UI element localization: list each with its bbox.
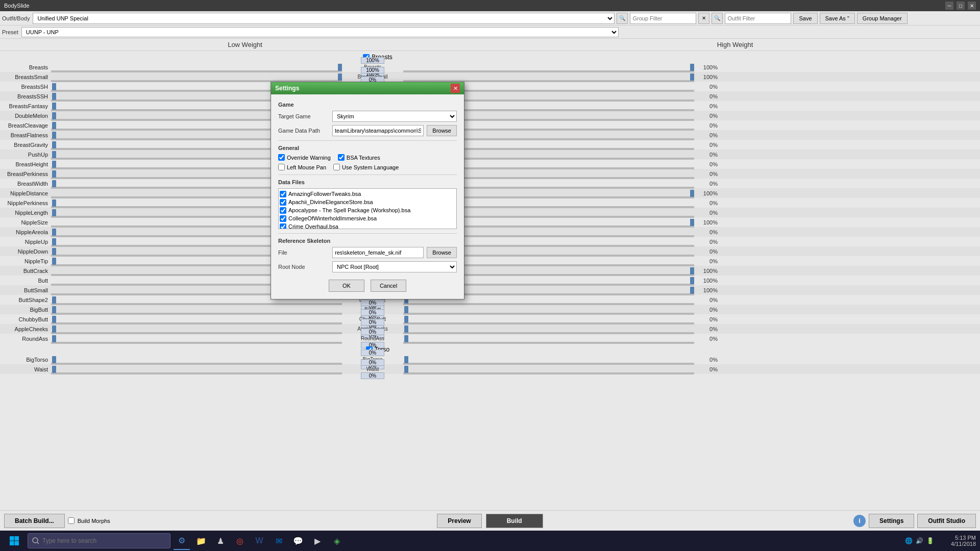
table-row: BigTorso 0%BigTorso0% 0% [0,355,980,364]
build-button[interactable]: Build [486,514,543,528]
breasts-section-header: Breasts [0,52,980,62]
game-data-path-input[interactable] [332,125,424,136]
target-game-label: Target Game [278,113,329,119]
data-files-list[interactable]: AmazingFollowerTweaks.bsa Apachii_Divine… [278,188,457,229]
root-node-select[interactable]: NPC Root [Root] [332,261,457,272]
save-as-button[interactable]: Save As " [820,13,855,24]
taskbar-search-box[interactable] [28,533,170,548]
close-button[interactable]: ✕ [968,2,976,10]
low-weight-label: Low Weight [0,41,490,48]
game-data-path-label: Game Data Path [278,128,329,134]
table-row: NippleDistance 100%NippleDistance100% 10… [0,188,980,198]
left-mouse-pan-checkbox[interactable] [278,164,285,170]
taskbar-discord-icon[interactable]: 💬 [290,532,306,550]
table-row: NippleDown 0%NippleDown0% 0% [0,246,980,256]
list-item: AmazingFollowerTweaks.bsa [280,190,455,198]
taskbar-file-explorer-icon[interactable]: 📁 [193,532,209,550]
bottom-bar: Batch Build... Build Morphs Preview Buil… [0,510,980,531]
info-button[interactable]: i [853,515,866,527]
app-window: BodySlide ─ □ ✕ Outfit/Body Unified UNP … [0,0,980,531]
group-filter-clear-button[interactable]: ✕ [698,13,709,24]
svg-rect-2 [10,541,14,546]
table-row: BreastCleavage 0%BreastCleavage0% 0% [0,120,980,130]
taskbar-mail-icon[interactable]: ✉ [271,532,287,550]
weight-headers: Low Weight High Weight [0,39,980,51]
table-row: NippleAreola 0%NippleAreola0% 0% [0,227,980,237]
table-row: BigButt 0%BigButt0% 0% [0,305,980,314]
list-item: Crime Overhaul.bsa [280,222,455,229]
outfit-body-select[interactable]: Unified UNP Special [33,13,615,24]
outfit-filter-search-icon[interactable]: 🔍 [712,13,723,24]
ref-skeleton-section-label: Reference Skeleton [278,238,457,244]
slider-right-breastssmall[interactable] [403,72,694,82]
save-button[interactable]: Save [793,13,817,24]
table-row: ButtSmall 100%ButtSmall100% 100% [0,285,980,295]
outfit-filter-input[interactable] [725,13,791,24]
settings-dialog: Settings ✕ Game Target Game Skyrim Game … [271,82,464,299]
batch-build-button[interactable]: Batch Build... [4,514,65,528]
start-button[interactable] [4,532,24,550]
taskbar-steam-icon[interactable]: ♟ [212,532,229,550]
group-filter-search-icon[interactable]: 🔍 [617,13,628,24]
file-checkbox[interactable] [280,215,286,222]
left-mouse-pan-item: Left Mouse Pan [278,164,326,170]
build-morphs-checkbox[interactable] [68,517,75,524]
battery-icon: 🔋 [926,537,934,544]
modal-footer: OK Cancel [278,276,457,294]
table-row: BreastHeight 0%BreastHeight0% 0% [0,159,980,169]
divider-1 [278,140,457,141]
taskbar-chrome-icon[interactable]: ◎ [232,532,248,550]
override-warning-checkbox[interactable] [278,154,285,161]
file-checkbox[interactable] [280,191,286,197]
left-buttons: Batch Build... Build Morphs [4,514,110,528]
maximize-button[interactable]: □ [957,2,965,10]
settings-button[interactable]: Settings [869,514,914,528]
group-manager-button[interactable]: Group Manager [857,13,908,24]
outfit-studio-button[interactable]: Outfit Studio [917,514,976,528]
left-mouse-pan-label: Left Mouse Pan [287,164,326,170]
table-row: NippleTip 0%NippleTip0% 0% [0,256,980,266]
preview-button[interactable]: Preview [437,514,481,528]
torso-sliders: BigTorso 0%BigTorso0% 0% Waist 0%Waist0%… [0,355,980,374]
skeleton-file-input[interactable] [332,247,424,258]
use-system-language-checkbox[interactable] [333,164,340,170]
slider-left-breasts[interactable] [51,62,342,72]
svg-rect-3 [15,541,19,546]
taskbar-media-icon[interactable]: ▶ [309,532,326,550]
file-checkbox[interactable] [280,199,286,206]
taskbar-time-display: 5:13 PM [951,535,976,541]
table-row: NipplePerkiness 0%NipplePerkiness0% 0% [0,198,980,208]
table-row: BreastPerkiness 0%BreastPerkiness0% 0% [0,169,980,179]
table-row: ButtCrack 100%ButtCrack100% 100% [0,266,980,276]
target-game-select[interactable]: Skyrim [332,111,457,122]
table-row: BreastGravity 0%BreastGravity0% 0% [0,140,980,149]
slider-right-breasts[interactable] [403,62,694,72]
taskbar-app-icon[interactable]: ⚙ [174,532,190,550]
taskbar-search-input[interactable] [42,537,155,544]
preset-select[interactable]: UUNP - UNP [21,27,619,37]
breasts-sliders: Breasts 100% Breasts 100% 100% [0,62,980,343]
table-row: BreastsSSH 0% BreastsSSH 0% 0% [0,91,980,101]
slider-left-breastssmall[interactable] [51,72,342,82]
svg-point-4 [33,538,38,543]
group-filter-input[interactable] [630,13,696,24]
settings-close-button[interactable]: ✕ [451,84,460,93]
file-checkbox[interactable] [280,207,286,214]
game-data-browse-button[interactable]: Browse [427,125,457,136]
skeleton-browse-button[interactable]: Browse [427,247,457,258]
ok-button[interactable]: OK [329,280,364,292]
sliders-area[interactable]: Breasts Breasts 100% Breasts 100% [0,51,980,510]
title-bar-controls: ─ □ ✕ [945,2,976,10]
minimize-button[interactable]: ─ [945,2,953,10]
file-checkbox[interactable] [280,223,286,230]
data-files-section-label: Data Files [278,179,457,185]
cancel-button[interactable]: Cancel [371,280,406,292]
taskbar-game-icon[interactable]: ◈ [329,532,345,550]
svg-rect-1 [15,536,19,541]
table-row: ButtShape2 0%ButtShape20% 0% [0,295,980,305]
table-row: BreastsSH 0% BreastsSH 0% 0% [0,82,980,91]
bsa-textures-checkbox[interactable] [338,154,345,161]
content-area: Low Weight High Weight Breasts Breasts [0,39,980,531]
taskbar-word-icon[interactable]: W [251,532,267,550]
network-icon: 🌐 [905,537,913,544]
